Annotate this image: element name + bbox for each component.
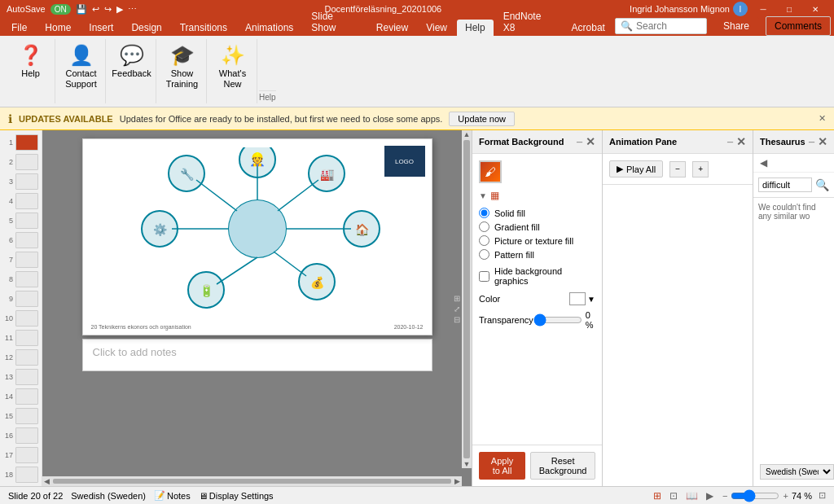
hide-bg-option[interactable]: Hide background graphics xyxy=(479,266,595,286)
slide-thumb-5[interactable]: 5 xyxy=(2,212,40,230)
thesaurus-search-input[interactable] xyxy=(758,177,812,192)
slide-thumb-16[interactable]: 16 xyxy=(2,427,40,445)
slide-thumb-3[interactable]: 3 xyxy=(2,173,40,191)
toolbar-present-icon[interactable]: ▶ xyxy=(116,4,123,15)
animation-close-button[interactable]: ✕ xyxy=(736,135,746,148)
share-button[interactable]: Share xyxy=(713,17,759,35)
autosave-toggle[interactable]: ON xyxy=(50,4,71,15)
anim-prev-button[interactable]: − xyxy=(669,161,686,177)
slide-thumb-4[interactable]: 4 xyxy=(2,192,40,210)
search-input[interactable] xyxy=(636,20,701,32)
solid-fill-option[interactable]: Solid fill xyxy=(479,208,595,218)
pattern-fill-option[interactable]: Pattern fill xyxy=(479,249,595,260)
minimize-button[interactable]: ─ xyxy=(751,0,775,18)
contact-support-button[interactable]: 👤 Contact Support xyxy=(62,42,100,91)
slide-thumb-19[interactable]: 19 xyxy=(2,485,40,486)
close-button[interactable]: ✕ xyxy=(803,0,827,18)
autosave-label: AutoSave xyxy=(7,4,46,14)
slide-thumb-9[interactable]: 9 xyxy=(2,290,40,308)
pattern-fill-radio[interactable] xyxy=(479,249,489,260)
slide-thumb-1[interactable]: 1 xyxy=(2,134,40,151)
slideshow-button[interactable]: ▶ xyxy=(704,489,716,502)
picture-fill-radio[interactable] xyxy=(479,235,489,246)
tab-acrobat[interactable]: Acrobat xyxy=(564,20,613,36)
fit-button[interactable]: ⊡ xyxy=(819,490,826,501)
tab-file[interactable]: File xyxy=(3,20,35,36)
whats-new-button[interactable]: ✨ What's New xyxy=(216,42,249,91)
update-close-button[interactable]: ✕ xyxy=(819,113,826,124)
slide-thumb-15[interactable]: 15 xyxy=(2,407,40,425)
thesaurus-collapse-button[interactable]: ─ xyxy=(809,138,814,147)
picture-fill-option[interactable]: Picture or texture fill xyxy=(479,235,595,246)
help-button[interactable]: ❓ Help xyxy=(15,42,47,81)
slide-thumb-6[interactable]: 6 xyxy=(2,231,40,249)
maximize-button[interactable]: □ xyxy=(777,0,801,18)
horizontal-scrollbar[interactable]: ◀ ▶ xyxy=(42,476,462,486)
reading-view-button[interactable]: 📖 xyxy=(683,489,700,502)
tab-review[interactable]: Review xyxy=(368,20,416,36)
thesaurus-search-button[interactable]: 🔍 xyxy=(815,178,829,191)
user-avatar[interactable]: I xyxy=(733,2,748,16)
tab-insert[interactable]: Insert xyxy=(81,20,121,36)
resize-shrink-icon[interactable]: ⊟ xyxy=(454,314,460,323)
zoom-out-button[interactable]: − xyxy=(722,491,727,501)
vertical-scrollbar[interactable]: ▲ ▼ xyxy=(462,130,472,468)
tab-slideshow[interactable]: Slide Show xyxy=(303,8,366,36)
notes-button[interactable]: 📝 Notes xyxy=(154,490,191,501)
help-group-label: Help xyxy=(259,90,276,102)
play-all-button[interactable]: ▶ Play All xyxy=(609,160,663,177)
slide-thumb-18[interactable]: 18 xyxy=(2,466,40,484)
color-dropdown-btn[interactable]: ▼ xyxy=(587,295,595,304)
transparency-slider[interactable] xyxy=(533,313,582,327)
slide-thumb-11[interactable]: 11 xyxy=(2,329,40,347)
slide-canvas[interactable]: 👷 🏭 🏠 💰 🔋 xyxy=(82,138,432,335)
slide-thumb-2[interactable]: 2 xyxy=(2,153,40,171)
show-training-button[interactable]: 🎓 Show Training xyxy=(163,42,201,91)
slide-sorter-button[interactable]: ⊡ xyxy=(667,489,680,502)
hide-bg-checkbox[interactable] xyxy=(479,271,489,282)
slide-thumb-8[interactable]: 8 xyxy=(2,270,40,288)
feedback-button[interactable]: 💬 Feedback xyxy=(108,42,154,81)
tab-help[interactable]: Help xyxy=(457,20,494,36)
zoom-slider[interactable] xyxy=(731,489,779,502)
reset-background-button[interactable]: Reset Background xyxy=(530,452,595,480)
apply-to-all-button[interactable]: Apply to All xyxy=(479,452,525,480)
resize-arrows-icon[interactable]: ⤢ xyxy=(454,304,460,313)
animation-collapse-button[interactable]: ─ xyxy=(727,138,733,147)
toolbar-redo-icon[interactable]: ↪ xyxy=(104,4,112,15)
solid-fill-radio[interactable] xyxy=(479,208,489,218)
fill-section-arrow[interactable]: ▼ xyxy=(479,191,487,200)
notes-area[interactable]: Click to add notes xyxy=(82,339,432,371)
slide-thumb-14[interactable]: 14 xyxy=(2,388,40,405)
toolbar-save-icon[interactable]: 💾 xyxy=(76,4,87,15)
resize-expand-icon[interactable]: ⊞ xyxy=(454,293,460,302)
anim-next-button[interactable]: + xyxy=(692,161,709,177)
gradient-fill-radio[interactable] xyxy=(479,221,489,232)
thesaurus-close-button[interactable]: ✕ xyxy=(818,135,827,148)
format-bg-collapse-button[interactable]: ─ xyxy=(577,138,582,147)
slide-thumb-7[interactable]: 7 xyxy=(2,251,40,269)
tab-endnote[interactable]: EndNote X8 xyxy=(495,8,562,36)
comments-button[interactable]: Comments xyxy=(766,16,831,36)
normal-view-button[interactable]: ⊞ xyxy=(651,489,664,502)
tab-design[interactable]: Design xyxy=(123,20,169,36)
tab-home[interactable]: Home xyxy=(37,20,79,36)
slide-thumb-12[interactable]: 12 xyxy=(2,348,40,366)
zoom-in-button[interactable]: + xyxy=(783,491,788,501)
thesaurus-back-button[interactable]: ◀ xyxy=(758,156,769,170)
slide-thumb-17[interactable]: 17 xyxy=(2,446,40,464)
gradient-fill-option[interactable]: Gradient fill xyxy=(479,221,595,232)
toolbar-more-icon[interactable]: ⋯ xyxy=(128,4,137,15)
color-picker-box[interactable] xyxy=(569,292,586,305)
format-bg-close-button[interactable]: ✕ xyxy=(586,135,595,148)
thesaurus-language-select[interactable]: Swedish (Sweden) xyxy=(760,464,834,480)
update-now-button[interactable]: Update now xyxy=(449,112,515,126)
toolbar-undo-icon[interactable]: ↩ xyxy=(92,4,99,15)
tab-view[interactable]: View xyxy=(418,20,455,36)
search-box[interactable]: 🔍 xyxy=(615,18,707,34)
slide-thumb-13[interactable]: 13 xyxy=(2,368,40,386)
slide-thumb-10[interactable]: 10 xyxy=(2,309,40,327)
tab-animations[interactable]: Animations xyxy=(237,20,301,36)
tab-transitions[interactable]: Transitions xyxy=(172,20,235,36)
display-settings-button[interactable]: 🖥 Display Settings xyxy=(199,491,274,501)
